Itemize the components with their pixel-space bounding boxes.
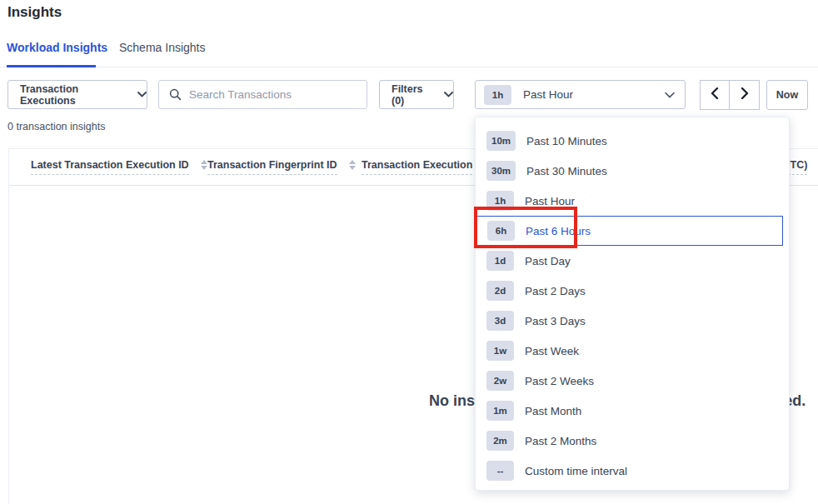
interval-badge: 2d	[486, 281, 514, 301]
time-interval-dropdown-menu: 10m Past 10 Minutes 30m Past 30 Minutes …	[475, 117, 790, 491]
sort-icon[interactable]	[349, 160, 356, 170]
search-icon	[169, 88, 182, 101]
interval-badge: 10m	[486, 131, 516, 151]
time-option-past-hour[interactable]: 1h Past Hour	[476, 186, 789, 216]
time-pager	[700, 80, 760, 110]
sort-icon[interactable]	[201, 160, 207, 170]
time-option-past-6-hours[interactable]: 6h Past 6 Hours	[476, 216, 783, 246]
chevron-down-icon	[665, 92, 675, 98]
now-button[interactable]: Now	[766, 80, 808, 110]
interval-badge: 3d	[486, 311, 514, 331]
time-option-past-30-minutes[interactable]: 30m Past 30 Minutes	[476, 156, 789, 186]
chevron-right-icon	[741, 87, 749, 102]
chevron-down-icon	[137, 92, 147, 97]
type-select-dropdown[interactable]: Transaction Executions	[7, 80, 147, 109]
next-interval-button[interactable]	[730, 80, 760, 110]
interval-badge: 6h	[487, 221, 515, 241]
time-option-past-2-months[interactable]: 2m Past 2 Months	[476, 426, 789, 456]
time-option-past-2-days[interactable]: 2d Past 2 Days	[476, 276, 789, 306]
col-header-latest-transaction-execution-id[interactable]: Latest Transaction Execution ID	[31, 159, 207, 175]
tab-bar: Workload Insights Schema Insights	[0, 39, 818, 67]
time-option-past-10-minutes[interactable]: 10m Past 10 Minutes	[476, 126, 789, 156]
interval-badge: 1h	[486, 191, 514, 211]
interval-badge: --	[486, 461, 514, 481]
col-header-transaction-execution[interactable]: Transaction Execution	[362, 159, 472, 175]
time-interval-badge: 1h	[484, 85, 511, 105]
search-transactions-box	[158, 80, 367, 109]
time-option-past-day[interactable]: 1d Past Day	[476, 246, 789, 276]
col-header-transaction-fingerprint-id[interactable]: Transaction Fingerprint ID	[207, 159, 356, 175]
time-interval-select[interactable]: 1h Past Hour	[475, 80, 686, 109]
time-interval-label: Past Hour	[523, 88, 573, 101]
filters-button[interactable]: Filters (0)	[379, 80, 454, 109]
chevron-left-icon	[711, 87, 719, 102]
interval-badge: 1w	[486, 341, 514, 361]
interval-badge: 1d	[486, 251, 514, 271]
time-option-custom-time-interval[interactable]: -- Custom time interval	[476, 456, 789, 486]
time-option-past-3-days[interactable]: 3d Past 3 Days	[476, 306, 789, 336]
filters-label: Filters (0)	[392, 83, 437, 107]
search-input[interactable]	[189, 88, 347, 101]
page-title: Insights	[7, 4, 62, 21]
tab-workload-insights[interactable]: Workload Insights	[7, 41, 107, 54]
results-count: 0 transaction insights	[7, 121, 105, 132]
time-option-past-2-weeks[interactable]: 2w Past 2 Weeks	[476, 366, 789, 396]
time-option-past-week[interactable]: 1w Past Week	[476, 336, 789, 366]
previous-interval-button[interactable]	[700, 80, 730, 110]
time-option-past-month[interactable]: 1m Past Month	[476, 396, 789, 426]
interval-badge: 2w	[486, 371, 514, 391]
tab-schema-insights[interactable]: Schema Insights	[119, 41, 206, 54]
interval-badge: 1m	[486, 401, 514, 421]
type-select-label: Transaction Executions	[20, 83, 131, 107]
chevron-down-icon	[444, 92, 453, 97]
interval-badge: 2m	[486, 431, 514, 451]
active-tab-underline	[7, 65, 96, 67]
interval-badge: 30m	[486, 161, 516, 181]
